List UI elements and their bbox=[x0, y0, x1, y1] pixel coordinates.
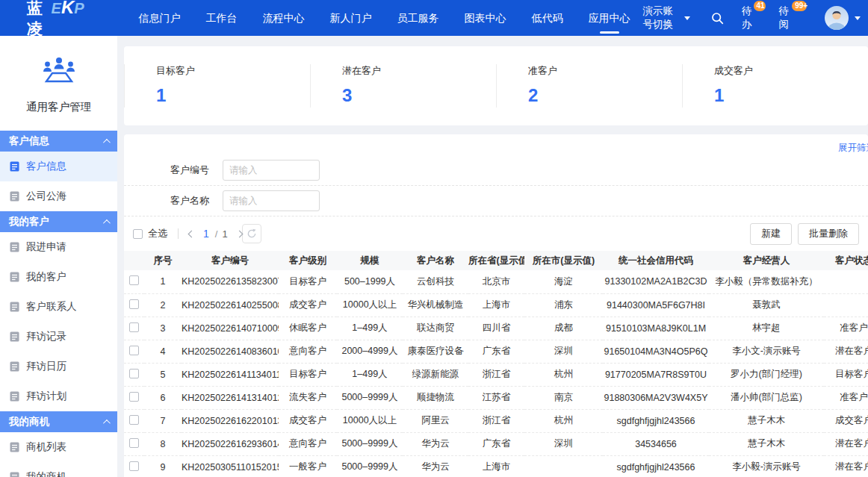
search-button[interactable] bbox=[711, 12, 724, 25]
table-row[interactable]: 4 KH20250226140836010 意向客户 2000–4999人 康泰… bbox=[124, 340, 868, 363]
table-row[interactable]: 1 KH20250226135823007 目标客户 500–1999人 云创科… bbox=[124, 270, 868, 293]
avatar-chevron-down-icon[interactable] bbox=[855, 16, 861, 20]
cell-city: 杭州 bbox=[524, 363, 603, 386]
row-checkbox[interactable] bbox=[129, 415, 139, 425]
column-header[interactable]: 序号 bbox=[144, 251, 182, 270]
row-checkbox-cell bbox=[124, 432, 144, 455]
column-header[interactable]: 客户状态 bbox=[824, 251, 868, 270]
row-checkbox[interactable] bbox=[129, 275, 139, 285]
sidebar-menu-item[interactable]: 拜访记录 bbox=[0, 322, 117, 352]
new-button[interactable]: 新建 bbox=[750, 223, 792, 245]
account-switch-label: 演示账号切换 bbox=[643, 4, 680, 31]
sidebar-menu-item[interactable]: 客户信息 bbox=[0, 152, 117, 181]
table-row[interactable]: 3 KH20250226140710009 休眠客户 1–499人 联达商贸 四… bbox=[124, 317, 868, 340]
cell-scale: 5000–9999人 bbox=[337, 432, 403, 455]
nav-item[interactable]: 图表中心 bbox=[452, 0, 519, 36]
table-row[interactable]: 9 KH20250305110152015 一般客户 5000–9999人 华为… bbox=[124, 455, 868, 477]
column-header[interactable]: 统一社会信用代码 bbox=[603, 251, 709, 270]
cell-scale: 10000人以上 bbox=[337, 409, 403, 432]
stat-value: 2 bbox=[528, 85, 682, 106]
column-header[interactable]: 客户经营人 bbox=[709, 251, 824, 270]
menu-item-label: 我的客户 bbox=[26, 270, 66, 284]
filter-row-customer-name: 客户名称 bbox=[124, 186, 868, 216]
sidebar-menu-item[interactable]: 我的商机 bbox=[0, 462, 117, 477]
section-title: 客户信息 bbox=[9, 134, 49, 148]
cell-customer-code: KH20250305110152015 bbox=[182, 455, 279, 477]
sidebar-menu-item[interactable]: 拜访计划 bbox=[0, 381, 117, 411]
row-checkbox[interactable] bbox=[129, 299, 139, 309]
column-header[interactable]: 客户级别 bbox=[279, 251, 337, 270]
nav-item[interactable]: 员工服务 bbox=[385, 0, 452, 36]
customer-name-input[interactable] bbox=[223, 190, 320, 211]
row-checkbox[interactable] bbox=[129, 346, 139, 355]
table-row[interactable]: 7 KH20250226162201013 成交客户 10000人以上 阿里云 … bbox=[124, 409, 868, 432]
cell-customer-name: 华兴机械制造 bbox=[403, 293, 468, 317]
read-label: 待阅 bbox=[779, 4, 793, 31]
nav-item[interactable]: 工作台 bbox=[193, 0, 250, 36]
document-icon bbox=[10, 272, 19, 282]
row-checkbox[interactable] bbox=[129, 392, 139, 402]
sidebar-section-my-opportunities[interactable]: 我的商机 bbox=[0, 411, 117, 432]
table-row[interactable]: 5 KH20250226141134011 目标客户 1–499人 绿源新能源 … bbox=[124, 363, 868, 386]
cell-credit-code: 34534656 bbox=[603, 432, 709, 455]
cell-customer-level: 目标客户 bbox=[279, 363, 337, 386]
sidebar-section-customer-info[interactable]: 客户信息 bbox=[0, 131, 117, 152]
cell-province: 浙江省 bbox=[468, 363, 524, 386]
sidebar-menu-item[interactable]: 商机列表 bbox=[0, 432, 117, 462]
column-header[interactable]: 客户编号 bbox=[182, 251, 279, 270]
header-checkbox-spacer bbox=[124, 251, 144, 270]
document-icon bbox=[10, 302, 19, 312]
cell-status: 准客户 bbox=[824, 317, 868, 340]
sidebar-menu-item[interactable]: 我的客户 bbox=[0, 262, 117, 292]
sidebar-menu-item[interactable]: 客户联系人 bbox=[0, 292, 117, 322]
column-header[interactable]: 所在省(显示值) bbox=[468, 251, 524, 270]
cell-status: 潜在客户 bbox=[824, 340, 868, 363]
cell-status: 潜在客户 bbox=[824, 432, 868, 455]
column-header[interactable]: 客户名称 bbox=[403, 251, 468, 270]
todo-counter[interactable]: 待办 41 bbox=[742, 4, 766, 31]
ekp-logo[interactable]: 蓝凌 EKP bbox=[27, 0, 84, 40]
sidebar-section-my-customers[interactable]: 我的客户 bbox=[0, 211, 117, 232]
menu-item-label: 客户信息 bbox=[26, 160, 66, 173]
cell-index: 1 bbox=[144, 270, 182, 293]
cell-index: 5 bbox=[144, 363, 182, 386]
table-row[interactable]: 8 KH20250226162936014 意向客户 5000–9999人 华为… bbox=[124, 432, 868, 455]
prev-page-chevron-icon[interactable] bbox=[188, 230, 196, 237]
cell-index: 2 bbox=[144, 293, 182, 317]
cell-customer-level: 一般客户 bbox=[279, 455, 337, 477]
cell-scale: 1–499人 bbox=[337, 317, 403, 340]
table-row[interactable]: 6 KH20250226141314012 流失客户 5000–9999人 顺捷… bbox=[124, 386, 868, 409]
select-all-checkbox[interactable] bbox=[133, 229, 143, 239]
nav-item[interactable]: 新人门户 bbox=[317, 0, 385, 36]
cell-city: 成都 bbox=[524, 317, 603, 340]
sidebar-menu-item[interactable]: 公司公海 bbox=[0, 181, 117, 211]
refresh-button[interactable] bbox=[242, 224, 261, 243]
read-counter[interactable]: 待阅 99+ bbox=[779, 4, 807, 31]
cell-province: 上海市 bbox=[468, 293, 524, 317]
user-avatar[interactable] bbox=[825, 6, 849, 30]
row-checkbox[interactable] bbox=[129, 322, 139, 332]
sidebar-menu-item[interactable]: 跟进申请 bbox=[0, 232, 117, 262]
table-row[interactable]: 2 KH20250226140255008 成交客户 10000人以上 华兴机械… bbox=[124, 293, 868, 317]
row-checkbox-cell bbox=[124, 363, 144, 386]
batch-delete-button[interactable]: 批量删除 bbox=[798, 223, 859, 245]
row-checkbox[interactable] bbox=[129, 461, 139, 471]
account-switch-dropdown[interactable]: 演示账号切换 bbox=[643, 4, 690, 31]
customer-management-app-icon[interactable] bbox=[42, 55, 76, 85]
column-header[interactable]: 规模 bbox=[337, 251, 403, 270]
nav-item[interactable]: 流程中心 bbox=[250, 0, 317, 36]
row-checkbox[interactable] bbox=[129, 438, 139, 448]
cell-index: 6 bbox=[144, 386, 182, 409]
stat-label: 潜在客户 bbox=[342, 64, 496, 78]
row-checkbox[interactable] bbox=[129, 369, 139, 378]
expand-filters-link[interactable]: 展开筛选 bbox=[838, 142, 868, 155]
nav-item[interactable]: 低代码 bbox=[519, 0, 576, 36]
customer-code-input[interactable] bbox=[223, 160, 320, 181]
cell-customer-code: KH20250226162936014 bbox=[182, 432, 279, 455]
sidebar-menu-item[interactable]: 拜访日历 bbox=[0, 352, 117, 381]
nav-item[interactable]: 信息门户 bbox=[126, 0, 193, 36]
cell-credit-code: 91650104MA3N4O5P6Q bbox=[603, 340, 709, 363]
column-header[interactable]: 所在市(显示值) bbox=[524, 251, 603, 270]
cell-customer-name: 绿源新能源 bbox=[403, 363, 468, 386]
nav-item[interactable]: 应用中心 bbox=[576, 0, 643, 36]
